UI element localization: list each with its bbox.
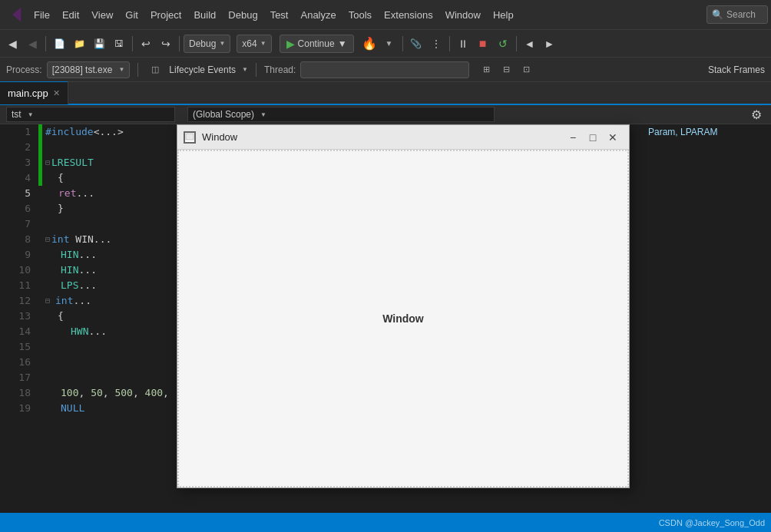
scope-settings-icon[interactable]: ⚙ [748, 106, 765, 123]
back-button[interactable]: ◀ [3, 35, 22, 53]
project-menu[interactable]: Project [144, 6, 187, 24]
fw-title-text: Window [202, 131, 563, 143]
nav-back2[interactable]: ◄ [521, 35, 539, 53]
editor-right-overflow: Param, LPARAM [648, 124, 771, 532]
fold-btn-3[interactable]: ⊟ [45, 155, 50, 170]
float-window: Window − □ ✕ Window [177, 124, 630, 488]
line-4: 4 [0, 170, 31, 186]
main-cpp-tab[interactable]: main.cpp ✕ [0, 81, 68, 104]
extensions-menu[interactable]: Extensions [378, 6, 439, 24]
redo-button[interactable]: ↪ [157, 35, 175, 53]
nav-fwd2[interactable]: ► [541, 35, 559, 53]
thread-dropdown[interactable] [300, 61, 469, 78]
overflow-line-3: Param, LPARAM [648, 124, 771, 140]
search-icon: 🔍 [712, 9, 723, 20]
fw-content-label: Window [382, 312, 424, 325]
class-scope-dropdown[interactable]: tst ▼ [6, 107, 175, 122]
attach-button[interactable]: 📎 [407, 35, 425, 53]
view-menu[interactable]: View [85, 6, 119, 24]
debug-menu[interactable]: Debug [222, 6, 263, 24]
line-8: 8 [0, 232, 31, 247]
toolbar-sep-2 [132, 36, 133, 51]
statusbar: CSDN @Jackey_Song_Odd [0, 513, 771, 532]
status-watermark: CSDN @Jackey_Song_Odd [659, 518, 765, 527]
editor-area: 1 2 3 4 5 6 7 8 9 10 11 12 13 14 15 16 1… [0, 124, 771, 532]
scopebar: tst ▼ (Global Scope) ▼ ⚙ [0, 105, 771, 124]
test-menu[interactable]: Test [264, 6, 295, 24]
proc-sep2 [256, 63, 256, 77]
tab-close-btn[interactable]: ✕ [53, 88, 60, 98]
member-scope-dropdown[interactable]: (Global Scope) ▼ [187, 107, 495, 122]
tab-label: main.cpp [8, 88, 48, 99]
process-value: [23088] tst.exe [52, 64, 113, 75]
line-11: 11 [0, 278, 31, 293]
fold-btn-8[interactable]: ⊟ [45, 232, 50, 247]
file-menu[interactable]: File [28, 6, 56, 24]
class-scope-arrow: ▼ [28, 111, 34, 118]
save-button[interactable]: 💾 [90, 35, 108, 53]
continue-button[interactable]: ▶ Continue ▼ [280, 35, 354, 53]
line-6: 6 [0, 201, 31, 216]
fw-close-btn[interactable]: ✕ [603, 127, 623, 147]
lifecycle-events-btn[interactable]: Lifecycle Events [169, 64, 236, 75]
toolbar-sep-1 [45, 36, 46, 51]
new-file-button[interactable]: 📄 [50, 35, 68, 53]
debug-config-label: Debug [189, 38, 216, 49]
thread-btn-2[interactable]: ⊟ [497, 61, 515, 79]
tabbar: main.cpp ✕ [0, 82, 771, 105]
line-5: 5 [0, 186, 31, 201]
flame-dropdown[interactable]: ▼ [380, 35, 399, 53]
search-box[interactable]: 🔍 Search [706, 5, 768, 24]
build-menu[interactable]: Build [187, 6, 222, 24]
member-scope-arrow: ▼ [260, 111, 266, 118]
toolbar-sep-5 [449, 36, 450, 51]
line-3: 3 [0, 155, 31, 170]
process-arrow: ▼ [118, 66, 124, 73]
line-numbers: 1 2 3 4 5 6 7 8 9 10 11 12 13 14 15 16 1… [0, 124, 38, 532]
member-scope-value: (Global Scope) [193, 109, 254, 120]
open-button[interactable]: 📁 [70, 35, 88, 53]
fw-maximize-btn[interactable]: □ [583, 127, 603, 147]
continue-label: Continue [298, 38, 335, 49]
toolbar-sep-6 [516, 36, 517, 51]
line-7: 7 [0, 216, 31, 232]
line-13: 13 [0, 309, 31, 324]
line-9: 9 [0, 247, 31, 263]
restart-button[interactable]: ↺ [494, 35, 512, 53]
process-dropdown[interactable]: [23088] tst.exe ▼ [47, 61, 131, 78]
window-menu[interactable]: Window [439, 6, 487, 24]
thread-btn-1[interactable]: ⊞ [477, 61, 495, 79]
thread-btn-3[interactable]: ⊡ [517, 61, 535, 79]
stop-button[interactable]: ■ [474, 35, 492, 53]
forward-button[interactable]: ◀ [23, 35, 41, 53]
debug-config-arrow: ▼ [219, 40, 225, 47]
line-10: 10 [0, 263, 31, 278]
stack-frames-btn[interactable]: Stack Frames [708, 64, 765, 75]
undo-button[interactable]: ↩ [137, 35, 155, 53]
flame-button[interactable]: 🔥 [360, 35, 379, 53]
git-menu[interactable]: Git [119, 6, 144, 24]
line-14: 14 [0, 324, 31, 339]
fold-btn-12[interactable]: ⊟ [45, 293, 50, 309]
save-all-button[interactable]: 🖫 [110, 35, 128, 53]
analyze-menu[interactable]: Analyze [294, 6, 342, 24]
edit-menu[interactable]: Edit [56, 6, 85, 24]
svg-rect-1 [186, 134, 194, 140]
arch-dropdown[interactable]: x64 ▼ [237, 35, 271, 53]
pause-button[interactable]: ⏸ [454, 35, 472, 53]
line-18: 18 [0, 385, 31, 401]
fw-titlebar: Window − □ ✕ [177, 125, 629, 150]
search-label: Search [726, 9, 756, 20]
fw-app-icon [184, 131, 196, 144]
thread-label: Thread: [264, 64, 296, 75]
help-menu[interactable]: Help [487, 6, 520, 24]
tools-menu[interactable]: Tools [342, 6, 378, 24]
proc-sep [137, 63, 138, 77]
line-12: 12 [0, 293, 31, 309]
debug-config-dropdown[interactable]: Debug ▼ [184, 35, 230, 53]
class-scope-value: tst [12, 109, 22, 120]
more-button[interactable]: ⋮ [427, 35, 445, 53]
lifecycle-icon: ◫ [146, 61, 164, 79]
fw-minimize-btn[interactable]: − [563, 127, 583, 147]
continue-arrow: ▼ [338, 38, 347, 49]
